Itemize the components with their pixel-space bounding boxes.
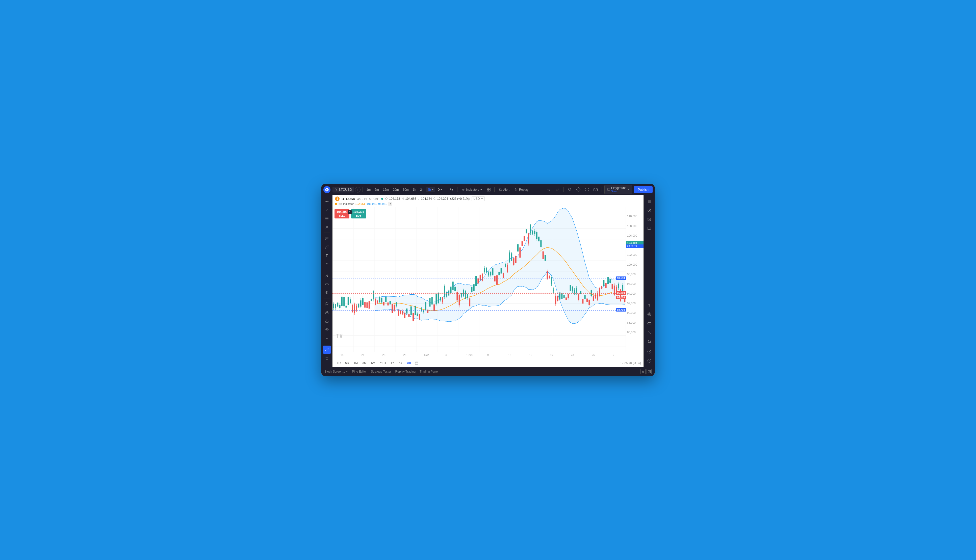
tf-1y[interactable]: 1Y bbox=[389, 360, 396, 365]
svg-rect-20 bbox=[326, 284, 328, 285]
redo-button[interactable] bbox=[554, 186, 561, 193]
separator-2 bbox=[446, 187, 446, 192]
tf-1h[interactable]: 1h bbox=[411, 187, 418, 192]
tf-30m[interactable]: 30m bbox=[401, 187, 410, 192]
svg-marker-6 bbox=[515, 188, 517, 191]
price-chart[interactable] bbox=[333, 207, 626, 352]
publish-button[interactable]: Publish bbox=[633, 186, 653, 193]
history-button[interactable] bbox=[645, 206, 653, 214]
alert-button[interactable]: Alert bbox=[496, 187, 511, 192]
watchlist-button[interactable] bbox=[645, 197, 653, 205]
flag-tool[interactable] bbox=[323, 300, 331, 308]
tab-strategy-tester[interactable]: Strategy Tester bbox=[371, 369, 391, 374]
layout-button[interactable] bbox=[485, 186, 492, 193]
price-level-label: 98,618 bbox=[616, 277, 626, 280]
sell-badge[interactable]: 104,393 SELL bbox=[334, 209, 349, 218]
tf-D[interactable]: D bbox=[436, 187, 444, 192]
screenshot-icon-btn[interactable] bbox=[592, 186, 599, 193]
magnet-tool[interactable] bbox=[323, 334, 331, 342]
collapse-indicator[interactable]: ∧ bbox=[388, 202, 392, 206]
text-tool[interactable]: T bbox=[323, 252, 331, 260]
bottom-bar: Stock Screen... Pine Editor Strategy Tes… bbox=[321, 367, 655, 376]
help-button[interactable] bbox=[645, 357, 653, 365]
svg-point-31 bbox=[326, 329, 328, 330]
lock-tool-2[interactable] bbox=[323, 317, 331, 325]
search-icon-btn[interactable] bbox=[566, 186, 573, 193]
price-level-label: 95,006 bbox=[616, 296, 626, 299]
replay-label: Replay bbox=[519, 188, 528, 192]
measure-tool[interactable]: A bbox=[323, 272, 331, 280]
emoji-tool[interactable]: ☺ bbox=[323, 260, 331, 268]
collapse-panel-down[interactable]: ⊡ bbox=[647, 369, 652, 374]
svg-rect-0 bbox=[451, 189, 451, 190]
tf-2h[interactable]: 2h bbox=[419, 187, 425, 192]
separator-5 bbox=[563, 187, 564, 192]
toolbar-right: Playground Save Publish bbox=[545, 185, 653, 194]
playground-button[interactable]: Playground Save bbox=[604, 185, 632, 194]
add-symbol-button[interactable]: + bbox=[355, 187, 361, 192]
right-panel bbox=[643, 195, 655, 367]
undo-button[interactable] bbox=[545, 186, 552, 193]
profile-button[interactable] bbox=[645, 328, 653, 337]
bottom-controls: ∧ ⊡ bbox=[640, 369, 652, 374]
tf-all[interactable]: All bbox=[405, 360, 413, 365]
eye-tool[interactable] bbox=[323, 326, 331, 334]
fullscreen-icon-btn[interactable] bbox=[583, 186, 590, 193]
tradingview-logo[interactable] bbox=[323, 186, 331, 193]
symbol-search[interactable]: BTCUSD bbox=[333, 187, 354, 192]
link-tool[interactable] bbox=[323, 346, 331, 354]
zoom-tool[interactable] bbox=[323, 288, 331, 297]
tf-1m[interactable]: 1M bbox=[352, 360, 360, 365]
tf-5y[interactable]: 5Y bbox=[397, 360, 404, 365]
svg-rect-30 bbox=[326, 321, 328, 322]
chat-button[interactable] bbox=[645, 225, 653, 233]
bb-dot bbox=[335, 203, 337, 205]
tab-stock-screener[interactable]: Stock Screen... bbox=[324, 369, 348, 374]
chart-type-button[interactable] bbox=[448, 186, 455, 193]
svg-rect-4 bbox=[487, 190, 488, 191]
alerts-button[interactable] bbox=[645, 338, 653, 346]
crosshair-tool[interactable] bbox=[323, 197, 331, 205]
tf-15m[interactable]: 15m bbox=[381, 187, 390, 192]
date-range-icon[interactable] bbox=[413, 360, 419, 366]
price-level-label: 95,859 bbox=[616, 292, 626, 295]
tf-5d[interactable]: 5D bbox=[343, 360, 351, 365]
tf-ytd[interactable]: YTD bbox=[378, 360, 388, 365]
tf-4h-active[interactable]: 4h bbox=[426, 187, 435, 192]
chart-main[interactable]: 104,393 SELL 104,394 BUY 1 TV 98,61895,8… bbox=[333, 207, 626, 352]
fib-tool[interactable] bbox=[323, 234, 331, 242]
orders-button[interactable] bbox=[645, 319, 653, 327]
tf-1d[interactable]: 1D bbox=[335, 360, 343, 365]
bb-indicator-row[interactable]: BB Indicator 102,951 106,951 98,951 bbox=[335, 202, 387, 205]
chart-wrapper: 104,393 SELL 104,394 BUY 1 TV 98,61895,8… bbox=[333, 207, 643, 352]
chart-symbol: BTCUSD 4h · BITSTAMP bbox=[342, 197, 379, 201]
tab-replay-trading[interactable]: Replay Trading bbox=[395, 369, 416, 374]
price-scale-button[interactable] bbox=[645, 301, 653, 309]
tf-6m[interactable]: 6M bbox=[369, 360, 377, 365]
pencil-tool[interactable] bbox=[323, 243, 331, 251]
horizontal-ray-tool[interactable] bbox=[323, 214, 331, 222]
replay-button[interactable]: Replay bbox=[513, 187, 530, 192]
price-change: +223 (+0.21%) bbox=[450, 197, 470, 200]
layers-button[interactable] bbox=[645, 215, 653, 223]
lock-tool-1[interactable] bbox=[323, 308, 331, 317]
ruler-tool[interactable] bbox=[323, 280, 331, 288]
svg-rect-2 bbox=[487, 188, 488, 190]
trash-tool[interactable] bbox=[323, 354, 331, 362]
currency-select[interactable]: USD bbox=[471, 196, 485, 201]
tf-3m[interactable]: 3M bbox=[361, 360, 368, 365]
clock-icon[interactable] bbox=[645, 348, 653, 356]
buy-badge[interactable]: 104,394 BUY bbox=[351, 209, 366, 218]
tab-pine-editor[interactable]: Pine Editor bbox=[352, 369, 367, 374]
tf-1m[interactable]: 1m bbox=[365, 187, 372, 192]
tf-5m[interactable]: 5m bbox=[373, 187, 381, 192]
indicators-button[interactable]: Indicators bbox=[460, 187, 484, 192]
line-tool[interactable] bbox=[323, 206, 331, 214]
tab-trading-panel[interactable]: Trading Panel bbox=[419, 369, 438, 374]
collapse-panel-up[interactable]: ∧ bbox=[640, 369, 645, 374]
tv-watermark: TV bbox=[336, 333, 343, 339]
tf-20m[interactable]: 20m bbox=[391, 187, 400, 192]
settings-icon-btn[interactable] bbox=[575, 186, 582, 193]
target-button[interactable] bbox=[645, 310, 653, 318]
pitchfork-tool[interactable] bbox=[323, 223, 331, 231]
